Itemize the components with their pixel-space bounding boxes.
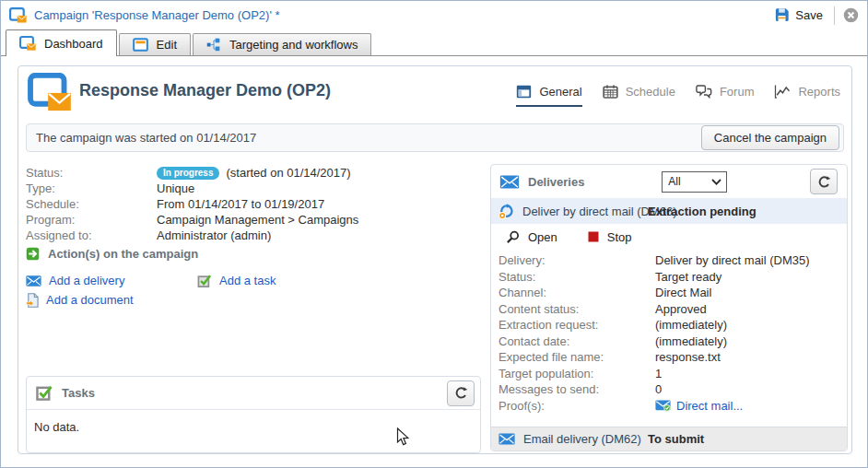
detail-value: (immediately): [655, 317, 727, 333]
nav-label: Schedule: [626, 85, 675, 99]
tab-label: Dashboard: [44, 37, 103, 51]
delivery-status: Extraction pending: [648, 205, 757, 218]
detail-value: response.txt: [655, 349, 721, 366]
detail-label: Target population:: [499, 366, 655, 382]
chart-icon: [774, 85, 791, 99]
cancel-campaign-button[interactable]: Cancel the campaign: [701, 125, 839, 150]
field-value: From 01/14/2017 to 01/19/2017: [157, 196, 324, 212]
detail-row: Content status: Approved: [499, 301, 847, 318]
workflow-icon: [206, 38, 221, 52]
program-link[interactable]: Campaign Management > Campaigns: [157, 212, 358, 228]
document-icon: [26, 293, 39, 308]
campaign-details: Status: In progress (started on 01/14/20…: [26, 165, 358, 243]
deliveries-panel-title: Deliveries: [528, 175, 584, 189]
detail-row: Channel: Direct Mail: [499, 285, 847, 301]
tab-dashboard[interactable]: Dashboard: [6, 29, 117, 56]
detail-value: Deliver by direct mail (DM35): [655, 252, 810, 269]
action-links-row: Add a document: [26, 290, 376, 310]
field-value: Administrator (admin): [157, 228, 271, 243]
magnifier-icon[interactable]: [506, 230, 520, 244]
close-button[interactable]: [843, 7, 859, 23]
detail-row: Messages to send: 0: [499, 381, 847, 398]
tab-general[interactable]: General: [516, 85, 581, 107]
tasks-panel-header: Tasks: [27, 377, 480, 410]
tab-schedule[interactable]: Schedule: [603, 85, 675, 107]
field-label: Status:: [26, 165, 157, 181]
add-document-link[interactable]: Add a document: [26, 293, 197, 308]
green-arrow-icon: [26, 247, 40, 261]
actions-title-label: Action(s) on the campaign: [48, 247, 198, 261]
tasks-panel-title: Tasks: [62, 386, 95, 400]
filter-value: All: [668, 175, 680, 188]
tab-targeting-workflows[interactable]: Targeting and workflows: [193, 33, 371, 55]
delivery-status: To submit: [648, 432, 704, 446]
detail-label: Extraction request:: [499, 317, 655, 333]
add-document-label: Add a document: [46, 293, 134, 307]
action-links: Add a delivery Add a task: [26, 271, 376, 310]
detail-row: Target population: 1: [499, 366, 847, 382]
detail-value: 0: [655, 381, 662, 398]
close-icon: [843, 7, 859, 23]
content-status-link[interactable]: Approved: [655, 301, 707, 318]
field-label: Schedule:: [26, 196, 157, 212]
stop-button[interactable]: Stop: [607, 230, 632, 244]
field-value: (started on 01/14/2017): [226, 165, 350, 181]
campaign-icon: [19, 36, 36, 51]
deliveries-filter-select[interactable]: All: [662, 171, 727, 193]
deliveries-panel: Deliveries All: [490, 164, 848, 451]
detail-label: Contact date:: [499, 333, 655, 350]
detail-row: Contact date: (immediately): [499, 333, 847, 350]
tasks-refresh-button[interactable]: [447, 380, 475, 406]
tasks-panel: Tasks No data.: [26, 376, 481, 453]
open-button[interactable]: Open: [528, 230, 557, 244]
forum-icon: [696, 85, 712, 99]
titlebar-separator: [834, 6, 835, 25]
detail-row-proofs: Proof(s): Direct mail...: [499, 398, 847, 415]
dashboard-content: Response Manager Demo (OP2) General: [18, 65, 852, 454]
detail-row: Status: Target ready: [499, 269, 847, 286]
tab-label: Targeting and workflows: [229, 38, 358, 52]
tab-forum[interactable]: Forum: [696, 85, 755, 107]
detail-label: Content status:: [499, 301, 655, 318]
refresh-icon: [817, 175, 831, 189]
delivery-row-dm62[interactable]: Email delivery (DM62) To submit: [491, 427, 847, 450]
detail-row: Extraction request: (immediately): [499, 317, 847, 333]
refresh-icon: [454, 386, 468, 400]
tab-edit[interactable]: Edit: [119, 33, 191, 55]
tab-reports[interactable]: Reports: [774, 85, 840, 107]
page-title: Response Manager Demo (OP2): [79, 81, 331, 100]
field-schedule: Schedule: From 01/14/2017 to 01/19/2017: [26, 196, 358, 212]
detail-label: Delivery:: [499, 252, 655, 269]
field-value: Unique: [157, 181, 194, 196]
detail-label: Messages to send:: [499, 381, 655, 398]
campaign-window: Campaign 'Response Manager Demo (OP2)' *…: [0, 0, 868, 468]
detail-label: Proof(s):: [499, 398, 655, 415]
detail-value: Target ready: [655, 269, 721, 286]
tasks-checkbox-icon: [36, 385, 53, 401]
deliveries-refresh-button[interactable]: [810, 169, 838, 194]
status-badge: In progress: [157, 167, 219, 180]
add-delivery-link[interactable]: Add a delivery: [26, 274, 197, 287]
titlebar: Campaign 'Response Manager Demo (OP2)' *…: [1, 1, 867, 29]
actions-section-title: Action(s) on the campaign: [26, 247, 198, 261]
window-edit-icon: [133, 38, 148, 52]
delivery-row-dm66[interactable]: Deliver by direct mail (DM66) Extraction…: [491, 198, 847, 224]
delivery-detail-fields: Delivery: Deliver by direct mail (DM35) …: [491, 250, 847, 414]
nav-label: Forum: [720, 85, 755, 99]
detail-row: Expected file name: response.txt: [499, 349, 847, 366]
envelope-icon: [499, 175, 520, 189]
save-button[interactable]: Save: [768, 5, 828, 26]
proof-direct-mail-link[interactable]: Direct mail...: [676, 398, 743, 415]
detail-row: Delivery: Deliver by direct mail (DM35): [499, 252, 847, 269]
field-label: Program:: [26, 212, 157, 228]
add-task-link[interactable]: Add a task: [197, 274, 276, 287]
save-label: Save: [795, 8, 823, 22]
field-type: Type: Unique: [26, 181, 358, 196]
action-links-row: Add a delivery Add a task: [26, 271, 376, 290]
field-program: Program: Campaign Management > Campaigns: [26, 212, 358, 228]
detail-value: Direct Mail: [655, 285, 711, 301]
add-delivery-label: Add a delivery: [49, 274, 124, 287]
stop-icon[interactable]: [588, 231, 599, 242]
envelope-icon: [26, 275, 41, 287]
deliveries-panel-header: Deliveries All: [491, 165, 847, 198]
